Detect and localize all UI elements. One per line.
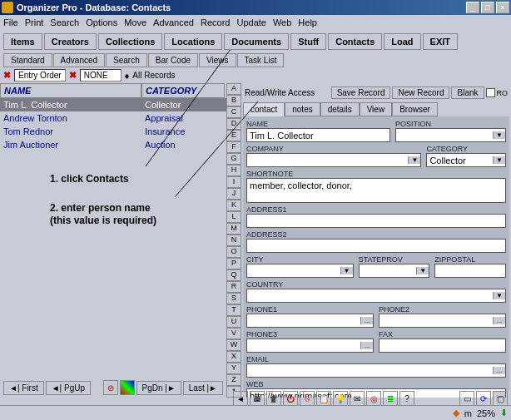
letter-q[interactable]: Q — [226, 269, 241, 281]
letter-h[interactable]: H — [226, 165, 241, 176]
menu-options[interactable]: Options — [86, 17, 117, 27]
letter-a[interactable]: A — [226, 83, 241, 95]
page-icon[interactable]: ▭ — [459, 391, 474, 406]
address1-input[interactable] — [246, 214, 506, 228]
letter-y[interactable]: Y — [226, 363, 241, 374]
shortnote-input[interactable]: member, collector, donor, — [246, 178, 506, 203]
clear-sort-icon[interactable]: ✖ — [3, 70, 11, 81]
tab-advanced[interactable]: Advanced — [53, 53, 105, 67]
letter-r[interactable]: R — [226, 281, 241, 293]
filter-none[interactable]: NONE — [80, 69, 122, 82]
letter-u[interactable]: U — [226, 316, 241, 328]
save-record-button[interactable]: Save Record — [331, 86, 391, 99]
letter-f[interactable]: F — [226, 141, 241, 153]
stateprov-select[interactable]: ▼ — [359, 264, 430, 278]
letter-i[interactable]: I — [226, 176, 241, 188]
clip-icon[interactable]: 📋 — [316, 391, 331, 406]
ro-checkbox[interactable] — [486, 88, 495, 97]
documents-button[interactable]: Documents — [224, 33, 289, 50]
fax-input[interactable] — [379, 338, 506, 353]
load-button[interactable]: Load — [384, 33, 420, 50]
letter-w[interactable]: W — [226, 339, 241, 351]
sort-order[interactable]: Entry Order — [14, 69, 66, 82]
position-select[interactable]: ▼ — [395, 128, 506, 142]
country-select[interactable]: ▼ — [246, 289, 506, 303]
tab-standard[interactable]: Standard — [3, 53, 52, 67]
tab-tasklist[interactable]: Task List — [237, 53, 285, 67]
items-button[interactable]: Items — [3, 33, 42, 50]
power-icon[interactable]: ⏻ — [283, 391, 298, 406]
last-button[interactable]: Last |► — [183, 381, 223, 395]
menu-web[interactable]: Web — [273, 17, 291, 27]
letter-m[interactable]: M — [226, 223, 241, 235]
clear-filter-icon[interactable]: ✖ — [69, 70, 77, 81]
list-row[interactable]: Tom Rednor Insurance — [0, 125, 226, 138]
email-input[interactable]: ... — [246, 363, 506, 378]
list-row[interactable]: Tim L. Collector Collector — [0, 98, 226, 111]
letter-d[interactable]: D — [226, 118, 241, 130]
blank-button[interactable]: Blank — [451, 86, 484, 99]
new-record-button[interactable]: New Record — [392, 86, 449, 99]
letter-l[interactable]: L — [226, 211, 241, 223]
letter-c[interactable]: C — [226, 106, 241, 118]
letter-t[interactable]: T — [226, 304, 241, 316]
letter-v[interactable]: V — [226, 328, 241, 339]
trash-icon[interactable]: 🗑 — [266, 391, 281, 406]
tab-barcode[interactable]: Bar Code — [148, 53, 198, 67]
mail-icon[interactable]: ✉ — [350, 391, 365, 406]
city-select[interactable]: ▼ — [246, 264, 354, 278]
tab-search[interactable]: Search — [106, 53, 147, 67]
delete-record-icon[interactable]: ⊘ — [103, 380, 118, 395]
letter-b[interactable]: B — [226, 95, 241, 106]
form-tab-view[interactable]: View — [360, 102, 393, 116]
minimize-button[interactable]: _ — [466, 2, 479, 13]
category-select[interactable]: Collector▼ — [426, 153, 506, 167]
refresh-icon[interactable]: ⟳ — [476, 391, 491, 406]
letter-z[interactable]: Z — [226, 374, 241, 386]
letter-e[interactable]: E — [226, 130, 241, 141]
menu-search[interactable]: Search — [50, 17, 79, 27]
print-icon[interactable]: 🖶 — [250, 391, 265, 406]
address2-input[interactable] — [246, 239, 506, 253]
back-icon[interactable]: ◄ — [233, 391, 248, 406]
tab-views[interactable]: Views — [199, 53, 236, 67]
menu-update[interactable]: Update — [236, 17, 265, 27]
first-button[interactable]: ◄| First — [3, 381, 44, 395]
header-category[interactable]: CATEGORY — [141, 83, 225, 98]
menu-file[interactable]: File — [3, 17, 18, 27]
menu-record[interactable]: Record — [201, 17, 230, 27]
target-icon[interactable]: ◎ — [366, 391, 381, 406]
letter-g[interactable]: G — [226, 153, 241, 165]
menu-advanced[interactable]: Advanced — [153, 17, 194, 27]
collections-button[interactable]: Collections — [98, 33, 162, 50]
contacts-button[interactable]: Contacts — [328, 33, 382, 50]
pgdn-button[interactable]: PgDn |► — [136, 381, 181, 395]
stack-icon[interactable]: ≣ — [383, 391, 398, 406]
header-name[interactable]: NAME — [0, 83, 141, 98]
pgup-button[interactable]: ◄| PgUp — [46, 381, 91, 395]
list-row[interactable]: Jim Auctioner Auction — [0, 138, 226, 151]
letter-p[interactable]: P — [226, 258, 241, 269]
locations-button[interactable]: Locations — [164, 33, 222, 50]
menu-move[interactable]: Move — [124, 17, 146, 27]
close-button[interactable]: × — [496, 2, 509, 13]
letter-o[interactable]: O — [226, 246, 241, 258]
list-row[interactable]: Andrew Tornton Appraisal — [0, 111, 226, 125]
stop-icon[interactable]: ⦸ — [300, 391, 315, 406]
company-select[interactable]: ▼ — [246, 153, 421, 167]
phone2-input[interactable]: ... — [379, 314, 506, 328]
square-icon[interactable]: ▢ — [493, 391, 508, 406]
creators-button[interactable]: Creators — [44, 33, 97, 50]
bulb-icon[interactable]: 💡 — [333, 391, 348, 406]
menu-help[interactable]: Help — [298, 17, 317, 27]
form-tab-browser[interactable]: Browser — [392, 102, 438, 116]
letter-n[interactable]: N — [226, 235, 241, 246]
stuff-button[interactable]: Stuff — [290, 33, 326, 50]
form-tab-contact[interactable]: contact — [243, 102, 285, 116]
maximize-button[interactable]: □ — [481, 2, 494, 13]
phone3-input[interactable]: ... — [246, 338, 374, 353]
name-input[interactable] — [246, 128, 390, 142]
form-tab-details[interactable]: details — [320, 102, 360, 116]
grid-icon[interactable] — [120, 380, 135, 395]
letter-k[interactable]: K — [226, 200, 241, 211]
